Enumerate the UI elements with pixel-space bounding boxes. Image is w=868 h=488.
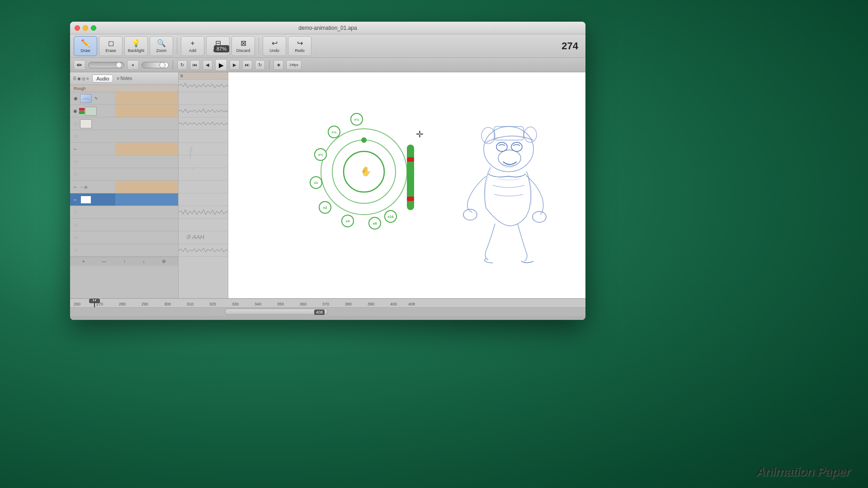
layer-move-down-icon[interactable]: ↓ <box>143 259 145 264</box>
main-content: ☰ ◉ ◎ ≡ Audio ≡ Notes Rough <box>70 72 585 298</box>
layer-eye-btn-12[interactable]: ⊙ <box>72 247 79 254</box>
layer-row-11[interactable]: ⊙ <box>70 231 178 244</box>
layer-eye-btn-7[interactable]: ⊙ <box>72 171 79 178</box>
layer-row-8[interactable]: ← —◉ <box>70 181 178 193</box>
audio-tab[interactable]: Audio <box>92 75 113 83</box>
layer-edit-btn-1[interactable]: ✎ <box>93 95 100 102</box>
layer-row-selected[interactable]: ← <box>70 193 178 206</box>
next-frame-button[interactable]: ▶ <box>230 60 240 70</box>
layer-arrow-btn-8[interactable]: ← <box>72 183 79 191</box>
layer-row-9[interactable]: ⊙ <box>70 206 178 219</box>
note-text-aah: ③ AAH <box>185 234 204 240</box>
layer-row-3[interactable]: ⊙ <box>70 117 178 130</box>
add-button[interactable]: + Add <box>181 36 204 56</box>
layer-row-4[interactable]: ⊙ <box>70 130 178 143</box>
erase-icon: ◻ <box>108 39 114 47</box>
traffic-lights <box>75 25 96 31</box>
layer-add-icon[interactable]: + <box>82 259 85 264</box>
layer-timeline-9 <box>115 206 178 218</box>
opacity-tool-button[interactable]: ● <box>127 60 139 70</box>
svg-point-10 <box>498 150 521 166</box>
pencil-tool-button[interactable]: ✏ <box>74 60 85 70</box>
maximize-button[interactable] <box>91 25 96 31</box>
svg-point-12 <box>524 127 537 142</box>
layer-icons-4: ⊙ <box>70 133 115 140</box>
zoom-icon: 🔍 <box>157 39 166 47</box>
ruler-tick-380: 380 <box>345 302 352 306</box>
play-button[interactable]: ▶ <box>215 59 227 71</box>
bottom-bar: 260 270 280 290 300 310 320 330 340 350 … <box>70 298 585 320</box>
svg-text:✋: ✋ <box>360 166 372 177</box>
current-frame-marker: 408 <box>314 310 325 315</box>
layer-timeline-11 <box>115 231 178 244</box>
loop-button[interactable]: ↻ <box>177 60 187 70</box>
speed-option-quarter[interactable]: x¼ <box>350 113 363 126</box>
layer-eye-btn-3[interactable]: ⊙ <box>72 120 79 127</box>
zoom-button[interactable]: 🔍 Zoom <box>150 36 173 56</box>
notes-tab[interactable]: Notes <box>120 76 132 81</box>
layer-row-1[interactable]: ◉ ✎ <box>70 92 178 105</box>
layer-thumb-3 <box>80 119 92 128</box>
layer-timeline-3 <box>115 117 178 130</box>
vertical-slider-thumb-high[interactable] <box>407 157 414 162</box>
layer-eye-btn-10[interactable]: ⊙ <box>72 221 79 229</box>
discard-button[interactable]: ⊠ Discard <box>231 36 255 56</box>
scrollbar-thumb[interactable] <box>225 309 328 315</box>
layer-eye-btn-2[interactable]: ◉ <box>71 108 79 115</box>
opacity-slider[interactable] <box>142 62 169 68</box>
opacity-slider-thumb[interactable] <box>159 62 165 68</box>
layer-row-10[interactable]: ⊙ <box>70 219 178 231</box>
prev-frame-button[interactable]: ◀ <box>203 60 212 70</box>
zoom-popup: 87% <box>214 45 229 52</box>
skip-to-end-button[interactable]: ⏭ <box>242 60 252 70</box>
canvas-area[interactable]: ✋ x¼ x¾ x½ x1 x2 x4 x8 <box>228 72 585 298</box>
layer-row-2[interactable]: ◉ <box>70 105 178 117</box>
erase-button[interactable]: ◻ Erase <box>99 36 123 56</box>
brush-slider-thumb[interactable] <box>116 62 122 68</box>
waveform-row-11 <box>179 206 228 219</box>
speed-option-1x[interactable]: x1 <box>310 176 322 189</box>
backlight-button[interactable]: 💡 Backlight <box>124 36 148 56</box>
speed-option-2x[interactable]: x2 <box>319 201 331 214</box>
layer-arrow-btn-sel[interactable]: ← <box>72 196 79 203</box>
ruler-tick-320: 320 <box>209 302 216 306</box>
layer-row-6[interactable]: ⊙ <box>70 155 178 168</box>
onion-skin-button[interactable]: ◉ <box>274 60 283 70</box>
speed-option-4x[interactable]: x4 <box>341 215 354 227</box>
draw-button[interactable]: ✏️ Draw <box>74 36 97 56</box>
timeline-scrollbar[interactable]: 408 <box>70 308 585 316</box>
speed-option-8x[interactable]: x8 <box>368 217 381 230</box>
layer-eye-btn-9[interactable]: ⊙ <box>72 209 79 216</box>
layer-timeline-1 <box>115 92 178 104</box>
brush-size-slider[interactable] <box>88 62 124 68</box>
layer-arrow-btn-5[interactable]: ← <box>72 145 79 153</box>
speed-dial[interactable]: ✋ x¼ x¾ x½ x1 x2 x4 x8 <box>310 117 418 226</box>
svg-point-8 <box>496 142 507 151</box>
layer-row-12[interactable]: ⊙ <box>70 244 178 257</box>
speed-option-half[interactable]: x½ <box>314 148 327 161</box>
vertical-speed-slider[interactable] <box>407 145 414 210</box>
ruler-tick-330: 330 <box>232 302 239 306</box>
repeat-button[interactable]: ↻ <box>255 60 265 70</box>
svg-point-14 <box>533 211 546 222</box>
layer-row-5[interactable]: ← <box>70 143 178 155</box>
layer-move-up-icon[interactable]: ↑ <box>123 259 126 264</box>
skip-to-start-button[interactable]: ⏮ <box>190 60 200 70</box>
waveform-row-14 <box>179 244 228 257</box>
layer-minus-icon[interactable]: — <box>102 259 106 264</box>
minimize-button[interactable] <box>83 25 88 31</box>
layer-eye-btn-4[interactable]: ⊙ <box>72 133 79 140</box>
layer-eye-btn-6[interactable]: ⊙ <box>72 158 79 165</box>
frame-rate-button[interactable]: 24fps <box>286 60 302 70</box>
undo-button[interactable]: ↩ Undo <box>263 36 286 56</box>
layer-row-7[interactable]: ⊙ <box>70 168 178 181</box>
close-button[interactable] <box>75 25 80 31</box>
vertical-slider-thumb-low[interactable] <box>407 197 414 201</box>
layer-eye-btn-11[interactable]: ⊙ <box>72 234 79 241</box>
speed-option-three-quarter[interactable]: x¾ <box>328 126 340 138</box>
redo-button[interactable]: ↪ Redo <box>288 36 311 56</box>
layer-settings-icon[interactable]: ⚙ <box>162 259 166 264</box>
waveform-row-4 <box>179 117 228 130</box>
speed-option-16x[interactable]: x16 <box>384 210 397 223</box>
layer-eye-btn-1[interactable]: ◉ <box>72 95 79 102</box>
